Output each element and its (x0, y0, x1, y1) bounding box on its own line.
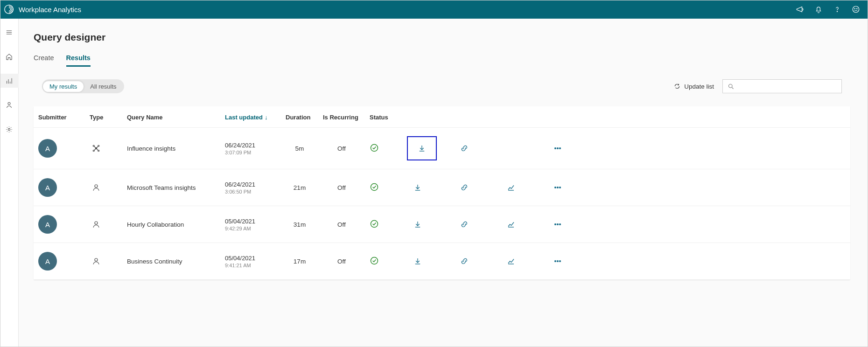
nav-analyze-icon[interactable] (0, 74, 19, 88)
svg-line-15 (732, 87, 733, 89)
app-logo-icon (4, 4, 14, 14)
copy-link-button[interactable] (454, 139, 475, 158)
download-icon (413, 257, 422, 265)
download-button[interactable] (407, 178, 428, 197)
svg-point-13 (8, 128, 10, 130)
results-filter-toggle: My results All results (42, 79, 124, 93)
avatar: A (38, 139, 57, 158)
help-icon[interactable] (830, 2, 845, 17)
status-success-icon (365, 206, 402, 243)
refresh-icon (674, 83, 680, 90)
search-input[interactable] (737, 83, 837, 90)
query-name: Microsoft Teams insights (122, 169, 220, 206)
is-recurring: Off (318, 206, 365, 243)
download-icon (418, 144, 426, 153)
status-success-icon (365, 128, 402, 169)
svg-point-3 (854, 8, 855, 9)
update-list-button[interactable]: Update list (674, 83, 714, 90)
duration: 5m (281, 128, 318, 169)
type-icon (85, 128, 122, 169)
status-success-icon (365, 243, 402, 280)
nav-settings-icon[interactable] (0, 122, 19, 136)
link-icon (460, 257, 469, 265)
copy-link-button[interactable] (454, 178, 475, 197)
download-button[interactable] (407, 215, 428, 234)
tab-results[interactable]: Results (66, 54, 91, 67)
nav-hamburger-icon[interactable] (0, 25, 19, 39)
svg-point-4 (857, 8, 857, 9)
query-name: Business Continuity (122, 243, 220, 280)
copy-link-button[interactable] (454, 251, 475, 271)
more-actions-button[interactable] (547, 215, 568, 234)
table-row: A Business Continuity 05/04/2021 9:41:21… (34, 243, 850, 280)
pill-my-results[interactable]: My results (43, 81, 84, 92)
tabs: Create Results (34, 54, 850, 67)
left-nav-rail (0, 19, 19, 347)
duration: 17m (281, 243, 318, 280)
avatar: A (38, 252, 57, 271)
more-actions-button[interactable] (547, 251, 568, 271)
last-updated: 05/04/2021 9:42:29 AM (220, 206, 281, 243)
visualize-button[interactable] (500, 251, 522, 271)
col-duration[interactable]: Duration (281, 106, 318, 128)
chart-icon (507, 220, 515, 229)
download-button[interactable] (407, 251, 428, 271)
col-last-updated[interactable]: Last updated↓ (220, 106, 281, 128)
main-content: Query designer Create Results My results… (19, 19, 868, 347)
tab-create[interactable]: Create (34, 54, 54, 67)
nav-plans-icon[interactable] (0, 98, 19, 112)
type-icon (85, 206, 122, 243)
table-row: A Influence insights 06/24/2021 3:07:09 … (34, 128, 850, 169)
col-submitter[interactable]: Submitter (34, 106, 85, 128)
query-name: Influence insights (122, 128, 220, 169)
col-is-recurring[interactable]: Is Recurring (318, 106, 365, 128)
col-type[interactable]: Type (85, 106, 122, 128)
type-icon (85, 243, 122, 280)
svg-point-14 (729, 84, 733, 88)
chart-icon (507, 183, 515, 192)
subtoolbar: My results All results Update list (34, 79, 850, 93)
svg-point-2 (853, 6, 859, 13)
avatar: A (38, 178, 57, 197)
svg-point-12 (8, 102, 10, 104)
more-icon (553, 220, 562, 229)
status-success-icon (365, 169, 402, 206)
visualize-button[interactable] (500, 215, 522, 234)
sort-descending-icon: ↓ (265, 114, 268, 121)
download-button[interactable] (407, 136, 437, 160)
avatar: A (38, 215, 57, 234)
notification-bell-icon[interactable] (811, 2, 826, 17)
chart-icon (507, 257, 515, 265)
nav-home-icon[interactable] (0, 49, 19, 63)
download-icon (413, 183, 422, 192)
more-actions-button[interactable] (547, 139, 568, 158)
link-icon (460, 220, 469, 229)
more-icon (553, 257, 562, 266)
is-recurring: Off (318, 169, 365, 206)
table-row: A Microsoft Teams insights 06/24/2021 3:… (34, 169, 850, 206)
results-table-card: Submitter Type Query Name Last updated↓ … (34, 106, 850, 280)
last-updated: 05/04/2021 9:41:21 AM (220, 243, 281, 280)
page-title: Query designer (34, 32, 850, 43)
topbar: Workplace Analytics (0, 0, 868, 19)
query-name: Hourly Collaboration (122, 206, 220, 243)
copy-link-button[interactable] (454, 215, 475, 234)
col-query-name[interactable]: Query Name (122, 106, 220, 128)
results-table: Submitter Type Query Name Last updated↓ … (34, 106, 850, 280)
pill-all-results[interactable]: All results (84, 81, 123, 92)
more-icon (553, 183, 562, 192)
update-list-label: Update list (684, 83, 714, 90)
link-icon (460, 144, 469, 153)
col-status[interactable]: Status (365, 106, 402, 128)
visualize-button[interactable] (500, 178, 522, 197)
type-icon (85, 169, 122, 206)
feedback-smile-icon[interactable] (848, 2, 863, 17)
more-actions-button[interactable] (547, 178, 568, 197)
announcement-icon[interactable] (792, 2, 807, 17)
download-icon (413, 220, 422, 229)
link-icon (460, 183, 469, 192)
is-recurring: Off (318, 128, 365, 169)
brand-title: Workplace Analytics (19, 6, 81, 14)
search-box[interactable] (722, 79, 842, 93)
search-icon (728, 83, 735, 90)
